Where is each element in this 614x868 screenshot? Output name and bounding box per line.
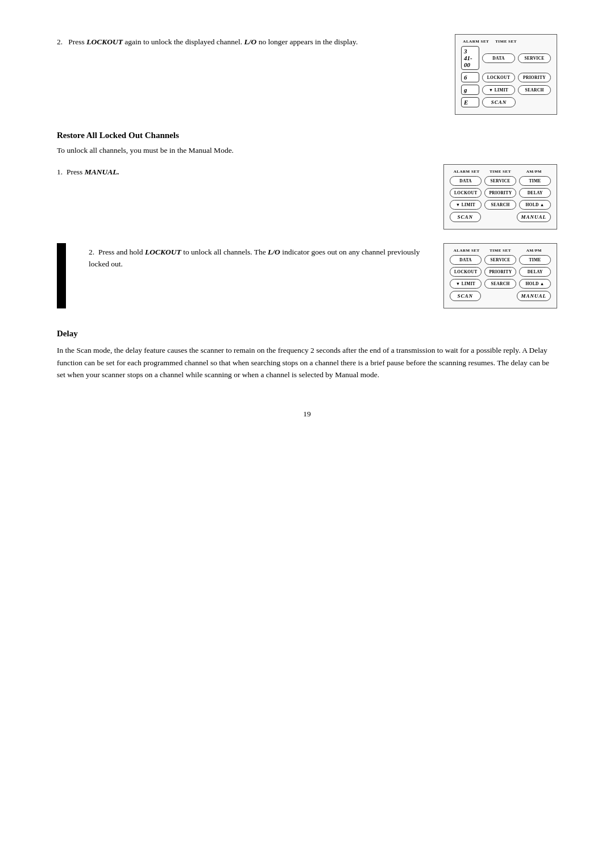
restore-step1-text: 1. Press MANUAL. — [57, 164, 426, 178]
kp2-priority-btn: PRIORITY — [484, 188, 516, 198]
kp3-header-alarm: ALARM SET — [450, 248, 483, 253]
kp1-row2: 6 LOCKOUT PRIORITY — [461, 72, 551, 82]
delay-heading: Delay — [57, 329, 557, 339]
kp2-time-btn: TIME — [519, 176, 551, 186]
kp2-row2: LOCKOUT PRIORITY DELAY — [450, 188, 551, 198]
kp1-row3: g ▼ LIMIT SEARCH — [461, 85, 551, 95]
kp3-time-btn: TIME — [519, 255, 551, 265]
kp2-header-alarm: ALARM SET — [450, 169, 483, 174]
kp1-left-3: g — [461, 85, 479, 95]
kp3-row1: DATA SERVICE TIME — [450, 255, 551, 265]
kp1-service-btn: SERVICE — [518, 53, 551, 63]
kp1-left-2: 6 — [461, 72, 479, 82]
kp1-header-time: TIME SET — [491, 39, 521, 44]
kp3-priority-btn: PRIORITY — [484, 267, 516, 277]
kp2-data-btn: DATA — [450, 176, 482, 186]
kp1-left-4: E — [461, 97, 479, 107]
kp2-row1: DATA SERVICE TIME — [450, 176, 551, 186]
keypad-panel-2: ALARM SET TIME SET AM/PM DATA SERVICE TI… — [443, 164, 557, 229]
kp3-limit-btn: ▼ LIMIT — [450, 279, 482, 289]
restore-step2-text: 2. Press and hold LOCKOUT to unlock all … — [89, 243, 426, 308]
kp2-scan-btn: SCAN — [450, 212, 481, 222]
kp2-row4: SCAN MANUAL — [450, 212, 551, 222]
kp1-row1: 3 41-00 DATA SERVICE — [461, 46, 551, 70]
kp3-empty-btn — [484, 294, 514, 298]
kp3-delay-btn: DELAY — [519, 267, 551, 277]
kp3-scan-btn: SCAN — [450, 291, 481, 301]
kp2-row3: ▼ LIMIT SEARCH HOLD ▲ — [450, 200, 551, 210]
kp3-header-time: TIME SET — [483, 248, 517, 253]
kp3-hold-btn: HOLD ▲ — [519, 279, 551, 289]
kp3-data-btn: DATA — [450, 255, 482, 265]
kp1-limit-btn: ▼ LIMIT — [482, 85, 515, 95]
delay-section: Delay In the Scan mode, the delay featur… — [57, 329, 557, 381]
keypad2-headers: ALARM SET TIME SET AM/PM — [450, 169, 551, 174]
kp1-search-btn: SEARCH — [518, 85, 551, 95]
kp1-priority-btn: PRIORITY — [518, 73, 551, 82]
kp2-hold-btn: HOLD ▲ — [519, 200, 551, 210]
kp3-manual-btn: MANUAL — [517, 291, 551, 301]
keypad-panel-3: ALARM SET TIME SET AM/PM DATA SERVICE TI… — [443, 243, 557, 308]
restore-section: Restore All Locked Out Channels To unloc… — [57, 131, 557, 308]
kp2-search-btn: SEARCH — [484, 200, 516, 210]
restore-step2-row: 2. Press and hold LOCKOUT to unlock all … — [57, 243, 557, 308]
kp3-row4: SCAN MANUAL — [450, 291, 551, 301]
kp2-lockout-btn: LOCKOUT — [450, 188, 482, 198]
kp3-service-btn: SERVICE — [484, 255, 516, 265]
kp1-left-1: 3 41-00 — [461, 46, 479, 70]
restore-intro: To unlock all channels, you must be in t… — [57, 145, 557, 156]
kp1-row4: E SCAN — [461, 97, 551, 107]
restore-step1-row: 1. Press MANUAL. ALARM SET TIME SET AM/P… — [57, 164, 557, 229]
kp3-lockout-btn: LOCKOUT — [450, 267, 482, 277]
kp2-empty-btn — [484, 215, 514, 219]
step-lockout-text: 2. Press LOCKOUT again to unlock the dis… — [57, 34, 438, 48]
delay-body: In the Scan mode, the delay feature caus… — [57, 344, 557, 381]
restore-heading: Restore All Locked Out Channels — [57, 131, 557, 140]
kp2-delay-btn: DELAY — [519, 188, 551, 198]
kp1-lockout-btn: LOCKOUT — [482, 73, 515, 82]
kp3-row2: LOCKOUT PRIORITY DELAY — [450, 267, 551, 277]
kp3-row3: ▼ LIMIT SEARCH HOLD ▲ — [450, 279, 551, 289]
step-number: 2. — [57, 37, 63, 46]
kp1-header-empty — [521, 39, 551, 44]
kp2-service-btn: SERVICE — [484, 176, 516, 186]
kp3-search-btn: SEARCH — [484, 279, 516, 289]
kp2-header-ampm: AM/PM — [517, 169, 551, 174]
keypad-panel-1: ALARM SET TIME SET 3 41-00 DATA SERVICE … — [455, 34, 557, 115]
keypad1-headers: ALARM SET TIME SET — [461, 39, 551, 44]
black-bar-indicator — [57, 243, 66, 308]
kp2-limit-btn: ▼ LIMIT — [450, 200, 482, 210]
keypad3-headers: ALARM SET TIME SET AM/PM — [450, 248, 551, 253]
kp1-header-alarm: ALARM SET — [461, 39, 491, 44]
kp1-scan-btn: SCAN — [482, 97, 516, 107]
kp1-empty-btn — [518, 101, 551, 104]
kp2-header-time: TIME SET — [483, 169, 517, 174]
kp3-header-ampm: AM/PM — [517, 248, 551, 253]
page-number: 19 — [57, 410, 557, 419]
kp2-manual-btn: MANUAL — [517, 212, 551, 222]
kp1-data-btn: DATA — [482, 53, 515, 63]
step-lockout-row: 2. Press LOCKOUT again to unlock the dis… — [57, 34, 557, 115]
